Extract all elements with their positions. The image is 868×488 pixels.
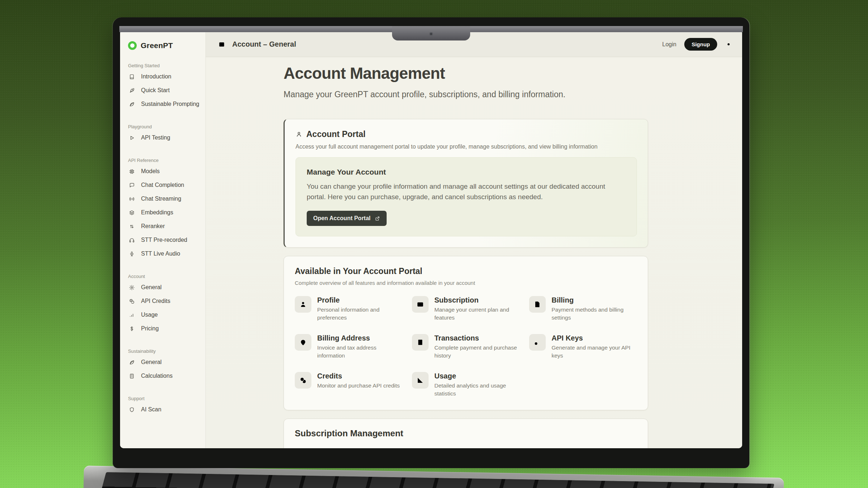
sidebar-item-label: Sustainable Prompting [141,101,199,107]
sidebar-item-label: Chat Completion [141,182,184,188]
sidebar-item-account-general[interactable]: General [128,281,200,294]
person-icon [295,131,302,138]
content-scroll-area[interactable]: Account Management Manage your GreenPT a… [206,57,742,448]
person-icon [295,296,311,313]
chart-icon [412,372,429,389]
sidebar-item-stt-live-audio[interactable]: STT Live Audio [128,247,200,261]
feature-title: Usage [434,372,456,380]
feature-description: Generate and manage your API keys [552,344,637,360]
account-portal-card: Account Portal Access your full account … [284,119,648,248]
sidebar-section-label: Getting Started [128,63,200,68]
laptop-notch [392,26,470,40]
shield-icon [129,407,135,413]
brand-name: GreenPT [141,41,173,50]
feature-title: Billing Address [317,334,370,342]
feature-title: Profile [317,296,340,304]
laptop-keyboard-deck [83,466,784,488]
page-title: Account Management [284,64,648,82]
sidebar-item-reranker[interactable]: Reranker [128,219,200,233]
button-label: Open Account Portal [313,215,371,222]
sidebar-section-label: Account [128,274,200,279]
portal-features-card: Available in Your Account Portal Complet… [284,256,648,410]
sidebar-toggle-icon[interactable] [218,41,225,48]
login-button[interactable]: Login [662,41,676,48]
sidebar-item-chat-streaming[interactable]: Chat Streaming [128,192,200,206]
laptop-screen: GreenPT Getting Started Introduction Qui… [113,17,749,468]
signup-button[interactable]: Signup [684,38,717,51]
sidebar-section-sustainability: Sustainability General Calculations [128,348,200,383]
sidebar-item-embeddings[interactable]: Embeddings [128,206,200,219]
sidebar-item-label: General [141,284,162,291]
sidebar-item-calculations[interactable]: Calculations [128,369,200,383]
sidebar-section-account: Account General API Credits Usage [128,274,200,335]
feature-title: API Keys [552,334,583,342]
feature-credits: CreditsMonitor and purchase API credits [295,372,403,398]
feature-description: Manage your current plan and features [434,306,520,322]
sidebar-item-label: API Credits [141,298,170,304]
sidebar-item-label: Quick Start [141,87,170,94]
sidebar-item-pricing[interactable]: Pricing [128,322,200,335]
brand-logo[interactable]: GreenPT [128,41,200,50]
feature-transactions: TransactionsComplete payment and purchas… [412,334,520,360]
sidebar-section-label: Support [128,396,200,401]
sidebar-item-sustainability-general[interactable]: General [128,355,200,369]
feature-description: Monitor and purchase API credits [317,382,400,390]
bar-chart-icon [129,312,135,318]
sidebar-item-label: Embeddings [141,209,173,216]
sidebar-item-label: Calculations [141,373,173,379]
card-title: Subscription Management [295,428,637,438]
subscription-management-card: Subscription Management [284,419,648,448]
main-area: Account – General Login Signup Account M… [206,32,742,448]
book-icon [129,74,135,80]
sidebar-item-api-testing[interactable]: API Testing [128,131,200,145]
sidebar-item-label: Pricing [141,325,159,332]
laptop-mockup: GreenPT Getting Started Introduction Qui… [0,0,868,488]
feature-description: Detailed analytics and usage statistics [434,382,520,398]
sidebar-item-label: Reranker [141,223,165,230]
sidebar-item-sustainable-prompting[interactable]: Sustainable Prompting [128,97,200,111]
feature-description: Complete payment and purchase history [434,344,520,360]
feature-usage: UsageDetailed analytics and usage statis… [412,372,520,398]
sidebar-item-label: STT Live Audio [141,251,180,257]
document-icon [529,296,546,313]
card-description: Access your full account management port… [295,144,637,150]
sidebar-section-playground: Playground API Testing [128,124,200,145]
receipt-icon [412,334,429,351]
chat-bubble-icon [129,182,135,188]
app-window: GreenPT Getting Started Introduction Qui… [120,32,742,448]
sidebar-item-models[interactable]: Models [128,164,200,178]
feature-api-keys: API KeysGenerate and manage your API key… [529,334,637,360]
card-title: Available in Your Account Portal [295,266,637,276]
sidebar-item-introduction[interactable]: Introduction [128,70,200,84]
credit-card-icon [412,296,429,313]
feature-title: Subscription [434,296,478,304]
sun-icon[interactable] [725,41,732,48]
feature-profile: ProfilePersonal information and preferen… [295,296,403,322]
sidebar-item-label: API Testing [141,134,170,141]
feature-title: Transactions [434,334,479,342]
sidebar-item-api-credits[interactable]: API Credits [128,294,200,308]
sidebar-item-quick-start[interactable]: Quick Start [128,84,200,97]
panel-title: Manage Your Account [307,168,626,176]
external-link-icon [375,216,380,221]
green-ring-icon [128,41,137,50]
open-account-portal-button[interactable]: Open Account Portal [307,211,387,226]
coins-icon [129,298,135,304]
gear-icon [129,284,135,291]
sidebar-item-usage[interactable]: Usage [128,308,200,322]
sidebar-item-ai-scan[interactable]: AI Scan [128,403,200,416]
rocket-icon [129,87,135,94]
sidebar-item-label: Introduction [141,73,171,80]
topbar-actions: Login Signup [662,38,732,51]
sidebar-section-getting-started: Getting Started Introduction Quick Start… [128,63,200,111]
sidebar-item-label: Models [141,168,160,175]
sidebar-item-chat-completion[interactable]: Chat Completion [128,178,200,192]
page-breadcrumb-title: Account – General [232,40,296,48]
feature-grid: ProfilePersonal information and preferen… [295,296,637,398]
feature-subscription: SubscriptionManage your current plan and… [412,296,520,322]
panel-body: You can change your profile information … [307,181,626,202]
coins-icon [295,372,311,389]
sidebar-item-stt-prerecorded[interactable]: STT Pre-recorded [128,233,200,247]
sidebar-item-label: Usage [141,312,158,318]
feature-title: Credits [317,372,342,380]
